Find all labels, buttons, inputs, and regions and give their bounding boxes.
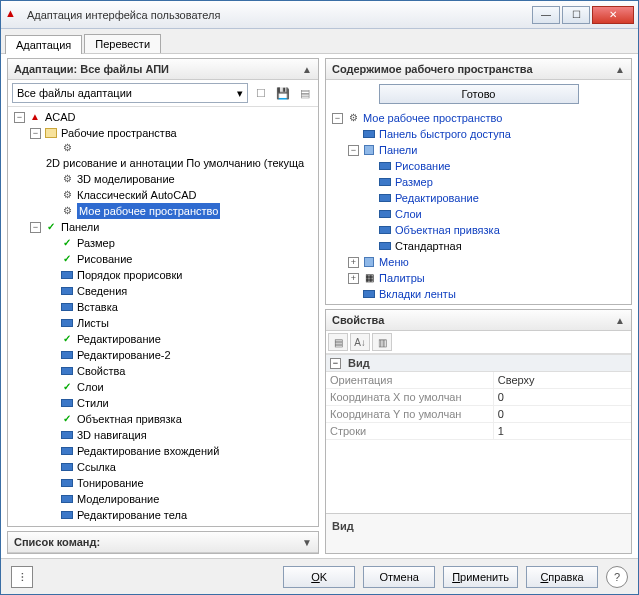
panels-node[interactable]: Панели bbox=[379, 142, 417, 158]
apply-button[interactable]: Применить bbox=[443, 566, 518, 588]
expand-toggle[interactable]: − bbox=[348, 145, 359, 156]
ok-button[interactable]: OOKK bbox=[283, 566, 355, 588]
toolbar-icon bbox=[379, 178, 391, 186]
prop-value[interactable]: 0 bbox=[494, 389, 631, 405]
panels-node[interactable]: Панели bbox=[61, 219, 99, 235]
minimize-button[interactable]: — bbox=[532, 6, 560, 24]
toolbar-icon bbox=[60, 268, 74, 282]
cui-file-combo[interactable]: Все файлы адаптации ▾ bbox=[12, 83, 248, 103]
panel-item[interactable]: Порядок прорисовки bbox=[77, 267, 182, 283]
cancel-button[interactable]: Отмена bbox=[363, 566, 435, 588]
toolbar-icon bbox=[60, 476, 74, 490]
panel-item[interactable]: Моделирование bbox=[77, 491, 159, 507]
prop-value[interactable]: 1 bbox=[494, 423, 631, 439]
expand-toggle[interactable]: + bbox=[348, 257, 359, 268]
ribbon-node[interactable]: Вкладки ленты bbox=[379, 286, 456, 302]
combo-value: Все файлы адаптации bbox=[17, 87, 132, 99]
help-icon[interactable]: ? bbox=[606, 566, 628, 588]
ws-panel-item[interactable]: Размер bbox=[395, 174, 433, 190]
check-icon: ✓ bbox=[60, 236, 74, 250]
panel-item[interactable]: Редактирование bbox=[77, 331, 161, 347]
ws-panel-item[interactable]: Редактирование bbox=[395, 190, 479, 206]
maximize-button[interactable]: ☐ bbox=[562, 6, 590, 24]
ws-2d[interactable]: 2D рисование и аннотации По умолчанию (т… bbox=[46, 155, 304, 171]
expand-dialog-button[interactable]: ᎒ bbox=[11, 566, 33, 588]
prop-category: Вид bbox=[348, 357, 370, 369]
gear-icon: ⚙ bbox=[60, 204, 74, 218]
expand-icon[interactable]: ▼ bbox=[302, 537, 312, 548]
toolbar-icon bbox=[60, 444, 74, 458]
menu-node[interactable]: Меню bbox=[379, 254, 409, 270]
collapse-icon[interactable]: ▲ bbox=[615, 64, 625, 75]
ws-panel-item[interactable]: Слои bbox=[395, 206, 422, 222]
qat-node[interactable]: Панель быстрого доступа bbox=[379, 126, 511, 142]
workspace-tree[interactable]: −⚙Мое рабочее пространство Панель быстро… bbox=[326, 108, 631, 304]
more-icon[interactable]: ▤ bbox=[296, 84, 314, 102]
expand-toggle[interactable]: − bbox=[332, 113, 343, 124]
expand-toggle[interactable]: − bbox=[30, 222, 41, 233]
collapse-icon[interactable]: ▲ bbox=[615, 315, 625, 326]
titlebar[interactable]: ▲ Адаптация интерфейса пользователя — ☐ … bbox=[1, 1, 638, 29]
categorize-icon[interactable]: ▤ bbox=[328, 333, 348, 351]
chevron-down-icon: ▾ bbox=[237, 87, 243, 100]
panel-item[interactable]: Размер bbox=[77, 235, 115, 251]
panel-item[interactable]: Редактирование тела bbox=[77, 507, 187, 523]
expand-toggle[interactable]: − bbox=[330, 358, 341, 369]
panel-item[interactable]: 3D навигация bbox=[77, 427, 147, 443]
panel-item[interactable]: Редактирование вхождений bbox=[77, 443, 219, 459]
ws-mine[interactable]: Мое рабочее пространство bbox=[77, 203, 220, 219]
pages-icon[interactable]: ▥ bbox=[372, 333, 392, 351]
ws-classic[interactable]: Классический AutoCAD bbox=[77, 187, 196, 203]
tab-adapt[interactable]: Адаптация bbox=[5, 35, 82, 54]
panel-item[interactable]: Сведения bbox=[77, 283, 127, 299]
palettes-node[interactable]: Палитры bbox=[379, 270, 425, 286]
panel-item[interactable]: Рисование bbox=[77, 251, 132, 267]
close-button[interactable]: ✕ bbox=[592, 6, 634, 24]
collapse-icon[interactable]: ▲ bbox=[302, 64, 312, 75]
panel-item[interactable]: Слои bbox=[77, 379, 104, 395]
panel-item[interactable]: Вставка bbox=[77, 299, 118, 315]
workspaces-node[interactable]: Рабочие пространства bbox=[61, 125, 177, 141]
ws-3d[interactable]: 3D моделирование bbox=[77, 171, 175, 187]
save-icon[interactable]: 💾 bbox=[274, 84, 292, 102]
toolbar-icon bbox=[60, 492, 74, 506]
panel-item[interactable]: Листы bbox=[77, 315, 109, 331]
done-button[interactable]: Готово bbox=[379, 84, 579, 104]
prop-value[interactable]: 0 bbox=[494, 406, 631, 422]
expand-toggle[interactable]: − bbox=[30, 128, 41, 139]
ws-panel-item[interactable]: Объектная привязка bbox=[395, 222, 500, 238]
properties-panel: Свойства ▲ ▤ A↓ ▥ −Вид ОриентацияСверхуК… bbox=[325, 309, 632, 554]
acad-icon: ▲ bbox=[28, 110, 42, 124]
panel-item[interactable]: Тонирование bbox=[77, 475, 144, 491]
expand-toggle[interactable]: + bbox=[348, 273, 359, 284]
toolbar-icon bbox=[60, 348, 74, 362]
tab-translate[interactable]: Перевести bbox=[84, 34, 161, 53]
prop-key: Координата Y по умолчан bbox=[326, 406, 494, 422]
help-button[interactable]: Справка bbox=[526, 566, 598, 588]
panel-item[interactable]: Объектная привязка bbox=[77, 411, 182, 427]
toolbar-icon bbox=[60, 524, 74, 526]
expand-toggle[interactable]: − bbox=[14, 112, 25, 123]
ws-panel-item[interactable]: Рисование bbox=[395, 158, 450, 174]
dialog-window: ▲ Адаптация интерфейса пользователя — ☐ … bbox=[0, 0, 639, 595]
sort-icon[interactable]: A↓ bbox=[350, 333, 370, 351]
ws-root[interactable]: Мое рабочее пространство bbox=[363, 110, 502, 126]
prop-value[interactable]: Сверху bbox=[494, 372, 631, 388]
panel-item[interactable]: Стандартные аннотации bbox=[77, 523, 202, 526]
open-icon[interactable]: ☐ bbox=[252, 84, 270, 102]
property-grid[interactable]: −Вид ОриентацияСверхуКоордината X по умо… bbox=[326, 354, 631, 513]
customization-tree[interactable]: −▲ACAD −Рабочие пространства ⚙2D рисован… bbox=[8, 107, 318, 526]
panel-item[interactable]: Стили bbox=[77, 395, 109, 411]
ws-panel-item[interactable]: Стандартная bbox=[395, 238, 462, 254]
check-icon: ✓ bbox=[60, 332, 74, 346]
commands-panel: Список команд: ▼ bbox=[7, 531, 319, 554]
menu-icon bbox=[364, 257, 374, 267]
check-icon: ✓ bbox=[44, 220, 58, 234]
toolbar-icon bbox=[363, 130, 375, 138]
toolbar-icon bbox=[379, 194, 391, 202]
toolbar-icon bbox=[379, 162, 391, 170]
tree-root[interactable]: ACAD bbox=[45, 109, 76, 125]
panel-item[interactable]: Ссылка bbox=[77, 459, 116, 475]
panel-item[interactable]: Свойства bbox=[77, 363, 125, 379]
panel-item[interactable]: Редактирование-2 bbox=[77, 347, 171, 363]
